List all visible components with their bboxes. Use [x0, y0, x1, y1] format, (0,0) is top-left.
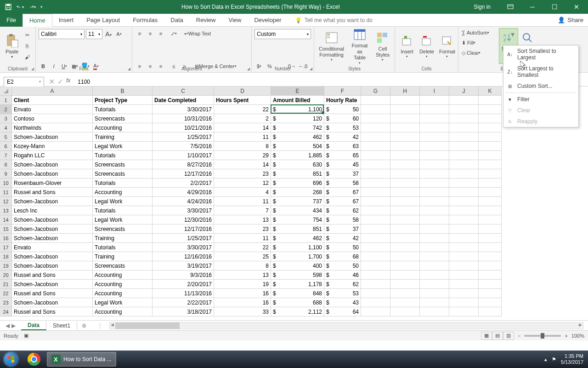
cell[interactable]: 33: [214, 307, 271, 316]
enter-formula-icon[interactable]: ✓: [57, 77, 63, 86]
font-size-combo[interactable]: 11▾: [86, 29, 102, 39]
cell[interactable]: Schoen-Jacobson: [12, 261, 93, 270]
cell[interactable]: 4/24/2016: [153, 197, 214, 206]
cell[interactable]: Tutorials: [93, 206, 153, 215]
cell[interactable]: [420, 114, 449, 123]
row-header[interactable]: 24: [0, 307, 12, 316]
cell[interactable]: [449, 178, 479, 188]
font-name-combo[interactable]: Calibri▾: [39, 29, 85, 39]
cell[interactable]: [420, 307, 449, 316]
row-header[interactable]: 4: [0, 123, 12, 132]
minimize-icon[interactable]: ─: [523, 0, 542, 14]
cell[interactable]: [449, 215, 479, 224]
cell[interactable]: [361, 307, 390, 316]
cell[interactable]: [390, 132, 420, 142]
cell[interactable]: [479, 252, 502, 261]
row-header[interactable]: 6: [0, 142, 12, 151]
cell[interactable]: [449, 307, 479, 316]
cell[interactable]: [390, 234, 420, 243]
row-header[interactable]: 19: [0, 261, 12, 270]
cell[interactable]: [449, 197, 479, 206]
cell[interactable]: [361, 188, 390, 197]
cell[interactable]: [390, 123, 420, 132]
cut-icon[interactable]: ✂: [23, 30, 32, 40]
cell[interactable]: [361, 261, 390, 270]
cell[interactable]: [361, 252, 390, 261]
cell[interactable]: Envato: [12, 105, 93, 114]
cell[interactable]: 25: [214, 252, 271, 261]
tab-home[interactable]: Home: [23, 14, 52, 27]
format-cells-button[interactable]: Format▾: [437, 32, 457, 60]
cell[interactable]: Accounting: [93, 123, 153, 132]
cell[interactable]: [390, 252, 420, 261]
cell[interactable]: [449, 142, 479, 151]
number-format-combo[interactable]: Custom▾: [254, 29, 311, 39]
row-header[interactable]: 7: [0, 151, 12, 160]
cell[interactable]: Russel and Sons: [12, 270, 93, 280]
cell[interactable]: [479, 298, 502, 307]
action-center-icon[interactable]: ⚑: [552, 356, 556, 362]
cell[interactable]: [390, 197, 420, 206]
cell[interactable]: Kozey-Mann: [12, 142, 93, 151]
cell[interactable]: $754: [271, 215, 324, 224]
cell[interactable]: [390, 188, 420, 197]
font-launcher-icon[interactable]: ◢: [128, 67, 130, 71]
cell[interactable]: 11: [214, 234, 271, 243]
cells[interactable]: ClientProject TypeDate CompletedHours Sp…: [12, 96, 502, 316]
cell[interactable]: [361, 169, 390, 178]
cell[interactable]: 2/22/2017: [153, 298, 214, 307]
cell[interactable]: $58: [324, 215, 361, 224]
cell[interactable]: [390, 105, 420, 114]
cell[interactable]: [361, 206, 390, 215]
cell[interactable]: [479, 105, 502, 114]
cell[interactable]: Contoso: [12, 114, 93, 123]
zoom-level[interactable]: 100%: [571, 333, 584, 339]
cell[interactable]: $848: [271, 289, 324, 298]
hscroll-thumb[interactable]: [115, 322, 180, 329]
cell[interactable]: [361, 234, 390, 243]
cell[interactable]: 9/3/2016: [153, 270, 214, 280]
cell[interactable]: [361, 280, 390, 289]
cell[interactable]: 1/10/2017: [153, 151, 214, 160]
signin-link[interactable]: Sign in: [474, 4, 491, 10]
cell[interactable]: [361, 132, 390, 142]
col-header-K[interactable]: K: [479, 86, 502, 96]
cell[interactable]: [420, 298, 449, 307]
cell[interactable]: 12/17/2016: [153, 224, 214, 234]
cell[interactable]: [420, 178, 449, 188]
row-header[interactable]: 5: [0, 132, 12, 142]
cell[interactable]: [479, 206, 502, 215]
format-painter-icon[interactable]: 🖌: [23, 52, 32, 62]
custom-sort-item[interactable]: ⊞Custom Sort...: [503, 80, 578, 92]
row-header[interactable]: 8: [0, 160, 12, 169]
cell[interactable]: [449, 289, 479, 298]
cell[interactable]: [479, 151, 502, 160]
row-header[interactable]: 11: [0, 188, 12, 197]
row-header[interactable]: 17: [0, 243, 12, 252]
cell[interactable]: 12/16/2016: [153, 252, 214, 261]
cell[interactable]: [449, 298, 479, 307]
cell[interactable]: 1/25/2017: [153, 132, 214, 142]
fx-icon[interactable]: fx: [66, 77, 70, 86]
grow-font-icon[interactable]: A▴: [104, 29, 113, 39]
cell[interactable]: [390, 307, 420, 316]
cell[interactable]: Rogahn LLC: [12, 151, 93, 160]
cell[interactable]: [420, 123, 449, 132]
cell[interactable]: [479, 197, 502, 206]
cell[interactable]: [420, 169, 449, 178]
cell[interactable]: [361, 151, 390, 160]
cell[interactable]: Screencasts: [93, 160, 153, 169]
cell[interactable]: Amount Billed: [271, 96, 324, 105]
col-header-C[interactable]: C: [153, 86, 214, 96]
tab-pagelayout[interactable]: Page Layout: [80, 14, 126, 27]
cell[interactable]: Schoen-Jacobson: [12, 160, 93, 169]
spreadsheet-grid[interactable]: ABCDEFGHIJK 1234567891011121314151617181…: [0, 86, 588, 320]
cell[interactable]: [361, 270, 390, 280]
cell[interactable]: [390, 169, 420, 178]
cell[interactable]: 4: [214, 188, 271, 197]
col-header-B[interactable]: B: [93, 86, 153, 96]
cell[interactable]: [390, 215, 420, 224]
cell[interactable]: 11/13/2016: [153, 289, 214, 298]
cell[interactable]: $462: [271, 234, 324, 243]
cell[interactable]: [390, 178, 420, 188]
